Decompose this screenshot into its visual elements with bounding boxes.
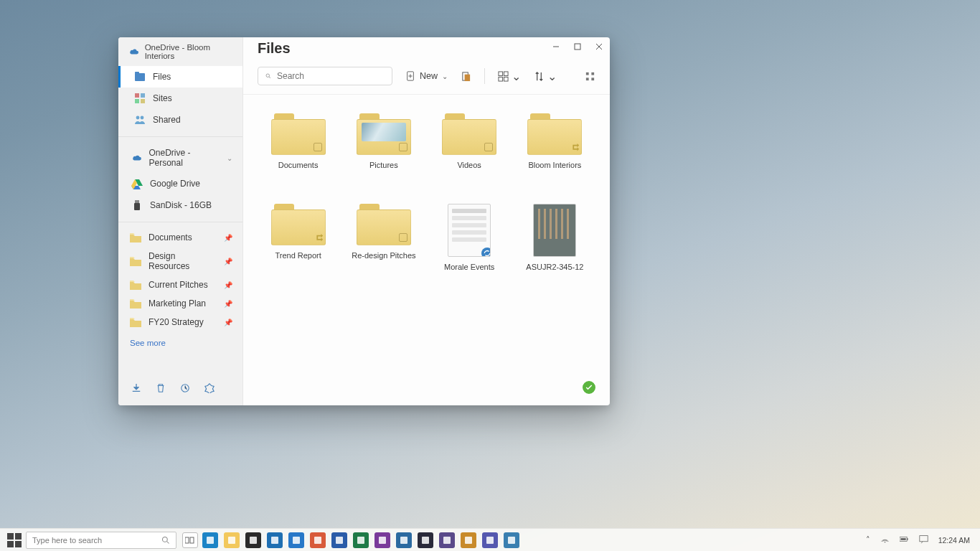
options-button[interactable] [585, 71, 595, 82]
folder-badge-icon [399, 143, 407, 151]
folder-icon [130, 257, 141, 266]
taskbar-app-onenote[interactable] [374, 532, 390, 548]
task-view-button[interactable] [182, 532, 198, 548]
file-grid-item[interactable]: Bloom Interiors [514, 113, 595, 199]
pin-icon: 📌 [224, 319, 232, 326]
start-button[interactable] [7, 533, 22, 547]
sidebar-pinned-folder[interactable]: Current Pitches 📌 [118, 276, 242, 294]
svg-point-7 [141, 116, 144, 120]
file-grid-item[interactable]: Morale Events [429, 204, 510, 290]
download-icon[interactable] [131, 383, 141, 395]
folder-icon [442, 113, 496, 155]
paste-button[interactable] [461, 71, 471, 82]
svg-rect-19 [504, 77, 508, 81]
taskbar-app-store[interactable] [245, 532, 261, 548]
new-button[interactable]: New ⌄ [405, 71, 448, 81]
taskbar-app-edge[interactable] [202, 532, 218, 548]
file-grid-item[interactable]: Re-design Pitches [343, 204, 424, 290]
sidebar-drive-google[interactable]: Google Drive [118, 173, 242, 194]
sites-icon [134, 93, 146, 104]
close-button[interactable] [588, 38, 610, 55]
taskbar-app-illustrator[interactable] [461, 532, 476, 548]
taskbar-app-xd[interactable] [504, 532, 519, 548]
taskbar-clock[interactable]: 12:24 AM [938, 536, 970, 545]
folder-icon [130, 299, 141, 309]
sidebar-drive-label: OneDrive - Personal [149, 148, 220, 168]
maximize-button[interactable] [567, 38, 588, 55]
file-item-label: Bloom Interiors [528, 161, 581, 169]
taskbar-search[interactable]: Type here to search [26, 532, 176, 549]
sidebar-drive-label: SanDisk - 16GB [150, 200, 212, 210]
file-item-label: ASUJR2-345-12 [526, 263, 583, 271]
file-grid-item[interactable]: Trend Report [258, 204, 339, 290]
taskbar-app-aftereffects[interactable] [439, 532, 455, 548]
files-icon [134, 71, 146, 83]
action-center-icon[interactable] [919, 534, 928, 545]
sidebar-drive-sandisk[interactable]: SanDisk - 16GB [118, 194, 242, 216]
sidebar-see-more[interactable]: See more [118, 331, 242, 354]
file-grid-item[interactable]: Pictures [343, 113, 424, 199]
sidebar-pinned-label: Current Pitches [149, 280, 208, 290]
sidebar-item-sites[interactable]: Sites [118, 88, 242, 109]
battery-icon[interactable] [900, 534, 909, 545]
sync-status-button[interactable] [581, 380, 597, 395]
file-grid-item[interactable]: ASUJR2-345-12 [514, 204, 595, 290]
sidebar-pinned-folder[interactable]: Documents 📌 [118, 228, 242, 247]
taskbar-app-outlook[interactable] [267, 532, 283, 548]
share-icon [570, 143, 580, 153]
taskbar-app-excel[interactable] [353, 532, 369, 548]
folder-icon [271, 113, 326, 155]
svg-point-27 [884, 542, 885, 543]
taskbar-app-word[interactable] [331, 532, 347, 548]
minimize-button[interactable] [545, 38, 567, 55]
sidebar-drive-label: Google Drive [150, 179, 200, 189]
file-grid-item[interactable]: Videos [429, 113, 510, 199]
recent-icon[interactable] [180, 383, 190, 395]
task-view-icon [185, 537, 195, 544]
file-grid-item[interactable]: Documents [258, 113, 339, 199]
trash-icon[interactable] [156, 383, 166, 395]
sort-button[interactable]: ⌄ [534, 70, 557, 83]
view-button[interactable]: ⌄ [498, 70, 521, 83]
search-input[interactable] [277, 71, 385, 81]
network-icon[interactable] [880, 534, 890, 545]
gdrive-icon [131, 178, 143, 189]
sidebar-account-header[interactable]: OneDrive - Bloom Interiors [118, 37, 242, 66]
sidebar-pinned-folder[interactable]: Marketing Plan 📌 [118, 294, 242, 313]
taskbar-app-explorer[interactable] [224, 532, 240, 548]
file-item-label: Pictures [369, 161, 398, 169]
chevron-down-icon: ⌄ [442, 72, 448, 80]
paste-icon [461, 71, 471, 82]
onedrive-icon [131, 154, 142, 162]
folder-icon [271, 204, 326, 245]
sidebar-item-shared[interactable]: Shared [118, 109, 242, 131]
taskbar-app-calendar[interactable] [288, 532, 304, 548]
svg-rect-2 [135, 93, 139, 98]
file-item-label: Trend Report [275, 251, 321, 260]
svg-rect-11 [575, 44, 580, 50]
sidebar-pinned-folder[interactable]: Design Resources 📌 [118, 247, 242, 276]
taskbar-app-photoshop[interactable] [396, 532, 412, 548]
tray-chevron-icon[interactable]: ˄ [866, 535, 870, 545]
settings-icon[interactable] [204, 383, 215, 395]
sidebar-item-label: Shared [153, 115, 181, 125]
taskbar-app-teams[interactable] [482, 532, 498, 548]
search-box[interactable] [258, 67, 392, 85]
folder-icon [357, 113, 411, 155]
pin-icon: 📌 [224, 234, 232, 242]
sidebar-item-files[interactable]: Files [118, 66, 242, 88]
sidebar-divider [118, 222, 242, 222]
file-item-label: Morale Events [444, 263, 494, 271]
svg-rect-16 [499, 71, 503, 75]
toolbar: New ⌄ ⌄ ⌄ [243, 60, 610, 95]
share-icon [314, 233, 324, 243]
sidebar-pinned-folder[interactable]: FY20 Strategy 📌 [118, 313, 242, 331]
folder-icon [130, 281, 141, 290]
sidebar-drive-onedrive-personal[interactable]: OneDrive - Personal ⌄ [118, 143, 242, 173]
main-area: Files New ⌄ ⌄ ⌄ [243, 37, 610, 405]
svg-rect-0 [135, 73, 145, 81]
taskbar-app-premiere[interactable] [418, 532, 433, 548]
taskbar: Type here to search ˄ 12:24 AM [0, 528, 980, 551]
svg-rect-29 [907, 538, 908, 540]
taskbar-app-chrome[interactable] [310, 532, 326, 548]
